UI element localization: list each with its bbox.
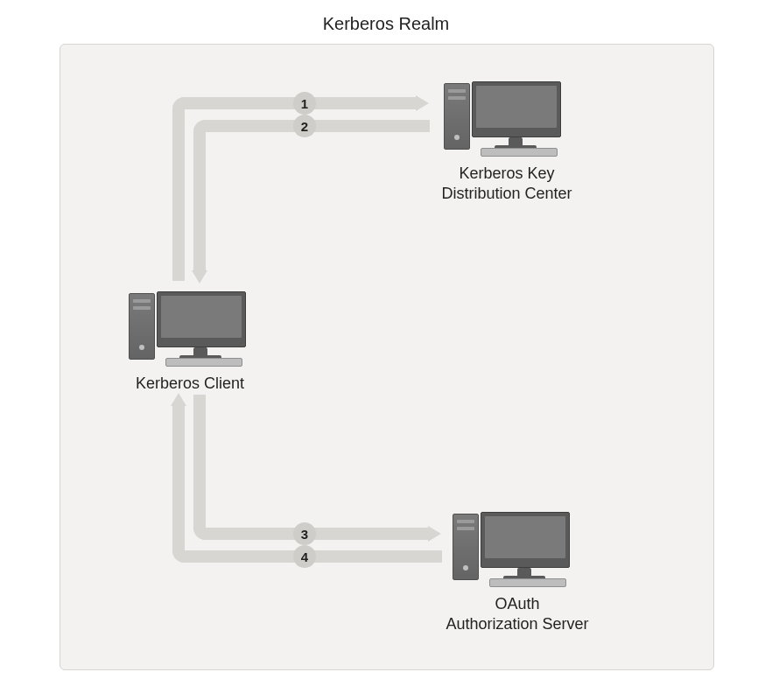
step-badge-3: 3: [293, 522, 316, 545]
client-node-icon: [129, 288, 251, 360]
flow-4-arrowhead-icon: [171, 393, 186, 406]
diagram-canvas: Kerberos Realm 1 2 3 4: [0, 0, 772, 700]
oauth-label-line1: OAuth: [495, 595, 539, 612]
flow-1-arrowhead-icon: [416, 95, 429, 111]
oauth-label-line2: Authorization Server: [446, 615, 588, 633]
flow-2-connector: [193, 120, 206, 272]
step-badge-1: 1: [293, 92, 316, 115]
step-badge-4: 4: [293, 545, 316, 568]
client-node-label: Kerberos Client: [129, 374, 251, 394]
flow-1-connector: [172, 97, 185, 281]
kdc-node-icon: [444, 78, 566, 150]
oauth-node-icon: [453, 508, 575, 580]
step-badge-2: 2: [293, 115, 316, 137]
flow-3-arrowhead-icon: [428, 526, 441, 542]
flow-4-connector: [172, 405, 185, 563]
flow-2-arrowhead-icon: [192, 270, 207, 284]
kdc-node-label: Kerberos Key Distribution Center: [428, 164, 586, 203]
kdc-label-line2: Distribution Center: [441, 185, 572, 202]
realm-container: 1 2 3 4 Kerberos Key Distribution Center: [60, 44, 714, 670]
kdc-label-line1: Kerberos Key: [459, 164, 554, 182]
oauth-node-label: OAuth Authorization Server: [439, 594, 596, 634]
flow-3-connector: [193, 395, 206, 540]
diagram-title: Kerberos Realm: [0, 14, 772, 34]
